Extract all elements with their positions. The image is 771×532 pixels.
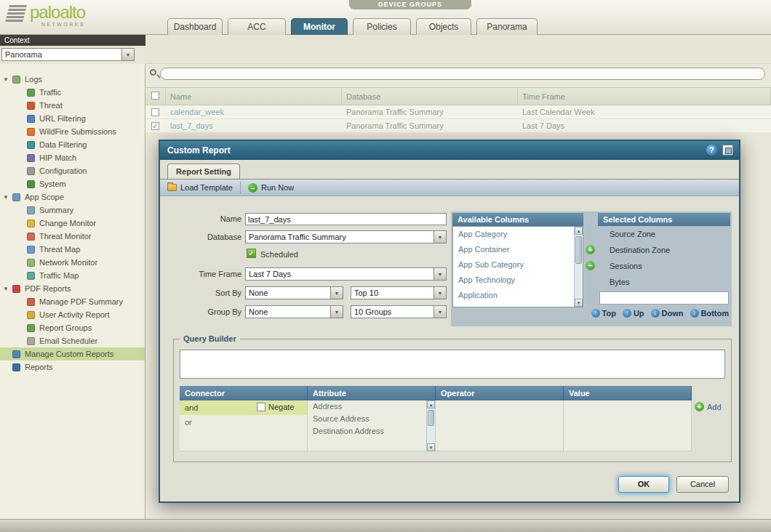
dock-icon[interactable] [722, 145, 733, 156]
scroll-down-icon[interactable]: ▼ [427, 443, 435, 451]
negate-checkbox[interactable] [257, 403, 265, 411]
scroll-thumb[interactable] [428, 410, 434, 426]
run-now-button[interactable]: → Run Now [241, 180, 301, 196]
context-select[interactable]: Panorama ▼ [1, 48, 135, 61]
selected-columns-empty-slot[interactable] [599, 291, 729, 305]
sidebar-item-pdf-reports[interactable]: ▼PDF Reports [0, 282, 145, 295]
sidebar-item-data-filtering[interactable]: Data Filtering [0, 138, 145, 151]
table-row[interactable]: ✓last_7_daysPanorama Traffic SummaryLast… [145, 119, 771, 133]
chevron-down-icon[interactable]: ▼ [434, 287, 446, 299]
scroll-thumb[interactable] [575, 236, 582, 264]
chevron-down-icon[interactable]: ▼ [330, 287, 343, 299]
query-input[interactable] [180, 350, 725, 379]
order-top-button[interactable]: ↑Top [591, 309, 616, 318]
sidebar-item-manage-custom-reports[interactable]: Manage Custom Reports [0, 347, 145, 360]
sidebar-item-change-monitor[interactable]: Change Monitor [0, 217, 145, 230]
search-input[interactable] [160, 68, 765, 80]
sortby-select[interactable]: None ▼ [245, 286, 343, 299]
column-header-timeframe[interactable]: Time Frame [518, 88, 771, 105]
order-bottom-button[interactable]: ↓Bottom [690, 309, 730, 318]
available-column-item[interactable]: Application [453, 288, 574, 303]
tab-panorama[interactable]: Panorama [476, 18, 538, 35]
load-template-button[interactable]: Load Template [160, 180, 240, 196]
sidebar-item-summary[interactable]: Summary [0, 203, 145, 217]
sidebar-item-reports[interactable]: Reports [0, 360, 145, 374]
sidebar-item-url-filtering[interactable]: URL Filtering [0, 112, 145, 125]
row-checkbox[interactable] [151, 108, 159, 116]
chevron-down-icon[interactable]: ▼ [434, 268, 446, 280]
sidebar-item-network-monitor[interactable]: Network Monitor [0, 256, 145, 269]
dialog-titlebar[interactable]: Custom Report ? [160, 141, 739, 160]
chevron-down-icon[interactable]: ▼ [434, 306, 446, 318]
selected-column-item[interactable]: Destination Zone [598, 242, 730, 258]
chevron-down-icon[interactable]: ▼ [330, 306, 343, 318]
tab-dashboard[interactable]: Dashboard [167, 18, 223, 35]
sidebar-item-configuration[interactable]: Configuration [0, 164, 145, 177]
database-select[interactable]: Panorama Traffic Summary ▼ [245, 230, 447, 243]
report-name-link[interactable]: last_7_days [166, 119, 342, 132]
selected-column-item[interactable]: Sessions [598, 258, 730, 274]
expander-icon[interactable]: ▼ [3, 286, 12, 292]
selected-column-item[interactable]: Source Zone [598, 226, 730, 242]
available-column-item[interactable]: App Container [453, 242, 574, 257]
tab-objects[interactable]: Objects [416, 18, 471, 35]
report-name-link[interactable]: calendar_week [166, 105, 342, 118]
add-rule-button[interactable]: + Add [695, 402, 722, 411]
scrollbar[interactable]: ▲ ▼ [574, 227, 583, 307]
sidebar-item-hip-match[interactable]: HIP Match [0, 151, 145, 164]
tab-monitor[interactable]: Monitor [291, 18, 348, 35]
timeframe-select[interactable]: Last 7 Days ▼ [245, 267, 447, 281]
sidebar-item-user-activity-report[interactable]: User Activity Report [0, 308, 145, 321]
tab-acc[interactable]: ACC [228, 18, 286, 35]
negate-option[interactable]: Negate [257, 403, 294, 411]
sidebar-item-logs[interactable]: ▼Logs [0, 73, 145, 86]
ok-button[interactable]: OK [618, 476, 669, 493]
groupby-select[interactable]: None ▼ [245, 305, 343, 318]
scroll-down-icon[interactable]: ▼ [575, 299, 583, 307]
attribute-item[interactable]: Source Address [308, 413, 426, 425]
scheduled-checkbox[interactable]: ✓ [247, 249, 256, 258]
column-header-database[interactable]: Database [342, 88, 518, 105]
topn-select[interactable]: Top 10 ▼ [351, 286, 447, 299]
sidebar-item-manage-pdf-summary[interactable]: Manage PDF Summary [0, 295, 145, 308]
sidebar-item-traffic[interactable]: Traffic [0, 86, 145, 99]
available-column-item[interactable]: App Sub Category [453, 257, 574, 273]
attribute-item[interactable]: Address [308, 400, 426, 413]
scroll-up-icon[interactable]: ▲ [427, 400, 435, 408]
chevron-down-icon[interactable]: ▼ [121, 49, 134, 60]
connector-or[interactable]: or [180, 415, 307, 430]
sidebar-item-threat-monitor[interactable]: Threat Monitor [0, 230, 145, 243]
add-column-icon[interactable]: + [586, 245, 595, 254]
available-column-item[interactable]: App Technology [453, 273, 574, 288]
scrollbar[interactable]: ▲ ▼ [426, 400, 435, 451]
sidebar-item-wildfire-submissions[interactable]: WildFire Submissions [0, 125, 145, 138]
cancel-button[interactable]: Cancel [676, 476, 729, 493]
available-column-item[interactable]: App Category [453, 227, 574, 242]
tab-policies[interactable]: Policies [353, 18, 411, 35]
groups-select[interactable]: 10 Groups ▼ [351, 305, 447, 318]
order-up-button[interactable]: ↑Up [623, 309, 644, 318]
column-header-name[interactable]: Name [166, 88, 342, 105]
order-down-button[interactable]: ↓Down [651, 309, 684, 318]
sidebar-item-threat-map[interactable]: Threat Map [0, 243, 145, 256]
name-field[interactable] [245, 213, 447, 225]
attribute-item[interactable]: Destination Address [308, 425, 426, 438]
search-icon[interactable] [150, 69, 156, 76]
sidebar-item-system[interactable]: System [0, 177, 145, 190]
sidebar-item-threat[interactable]: Threat [0, 99, 145, 112]
row-checkbox[interactable]: ✓ [151, 122, 159, 130]
help-icon[interactable]: ? [706, 145, 717, 156]
expander-icon[interactable]: ▼ [3, 76, 12, 83]
sidebar-item-traffic-map[interactable]: Traffic Map [0, 269, 145, 282]
chevron-down-icon[interactable]: ▼ [434, 231, 446, 243]
tab-report-setting[interactable]: Report Setting [167, 164, 240, 179]
sidebar-item-app-scope[interactable]: ▼App Scope [0, 190, 145, 203]
sidebar-item-report-groups[interactable]: Report Groups [0, 321, 145, 334]
selected-column-item[interactable]: Bytes [598, 274, 730, 290]
sidebar-item-email-scheduler[interactable]: Email Scheduler [0, 334, 145, 347]
remove-column-icon[interactable]: − [586, 261, 595, 270]
select-all-checkbox[interactable] [151, 92, 159, 100]
expander-icon[interactable]: ▼ [3, 194, 12, 201]
scroll-up-icon[interactable]: ▲ [575, 227, 583, 235]
table-row[interactable]: calendar_weekPanorama Traffic SummaryLas… [145, 105, 771, 119]
